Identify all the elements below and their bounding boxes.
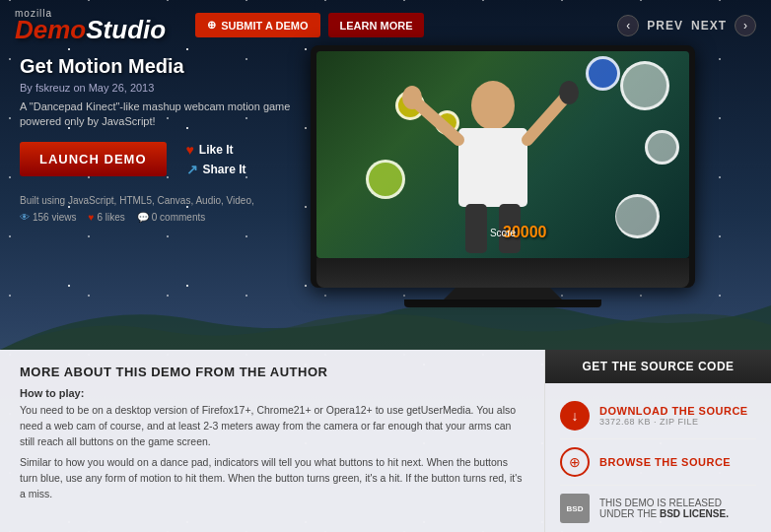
comments-count: 0 comments (152, 212, 205, 223)
submit-icon: ⊕ (207, 19, 216, 32)
download-source-action[interactable]: ↓ DOWNLOAD THE SOURCE 3372.68 KB · ZIP F… (560, 393, 756, 439)
source-actions: ↓ DOWNLOAD THE SOURCE 3372.68 KB · ZIP F… (545, 383, 771, 532)
browse-text: BROWSE THE SOURCE (599, 456, 731, 468)
game-circle-mid-right (645, 130, 679, 165)
section-title: MORE ABOUT THIS DEMO FROM THE AUTHOR (20, 365, 525, 379)
how-to-play-label: How to play: (20, 387, 525, 399)
svg-line-3 (527, 96, 567, 140)
source-header: GET THE SOURCE CODE (545, 350, 771, 383)
browse-label: BROWSE THE SOURCE (599, 456, 731, 468)
likes-count: 6 likes (97, 212, 124, 223)
svg-rect-1 (458, 128, 527, 207)
header: mozilla DemoStudio ⊕ SUBMIT A DEMO LEARN… (0, 0, 771, 50)
tv-screen: 30000 Score (316, 51, 689, 258)
social-buttons: ♥ Like It ↗ Share It (186, 142, 246, 177)
views-count: 156 views (33, 212, 76, 223)
browse-icon: ⊕ (560, 447, 590, 477)
main-content: Get Motion Media By fskreuz on May 26, 2… (0, 50, 771, 307)
prev-arrow-button[interactable]: ‹ (617, 15, 639, 36)
likes-heart-icon: ♥ (88, 212, 94, 223)
like-button[interactable]: ♥ Like It (186, 142, 246, 158)
svg-point-4 (402, 86, 422, 109)
bsd-icon: BSD (560, 494, 590, 523)
logo-area: mozilla DemoStudio (15, 8, 166, 42)
heart-icon: ♥ (186, 142, 194, 158)
built-using-text: Built using JavaScript, HTML5, Canvas, A… (20, 195, 296, 206)
comments-stat: 💬 0 comments (137, 212, 205, 223)
share-icon: ↗ (186, 162, 198, 177)
download-size: 3372.68 KB · ZIP FILE (599, 417, 748, 427)
launch-demo-button[interactable]: LAUNCH DEMO (20, 142, 167, 176)
next-arrow-button[interactable]: › (735, 15, 756, 36)
tv-bezel-bottom (316, 258, 689, 288)
description-1: You need to be on a desktop version of F… (20, 403, 525, 449)
game-circle-top-right (620, 61, 669, 110)
svg-point-0 (471, 81, 515, 130)
prev-label: PREV (647, 19, 683, 33)
logo-demo: Demo (15, 15, 86, 44)
logo-studio: Studio (86, 15, 166, 44)
browse-source-action[interactable]: ⊕ BROWSE THE SOURCE (560, 439, 756, 486)
demo-title: Get Motion Media (20, 55, 296, 78)
share-button[interactable]: ↗ Share It (186, 162, 246, 177)
source-panel: GET THE SOURCE CODE ↓ DOWNLOAD THE SOURC… (544, 350, 771, 532)
left-panel: Get Motion Media By fskreuz on May 26, 2… (20, 55, 296, 307)
chat-icon: 💬 (137, 212, 149, 223)
download-text: DOWNLOAD THE SOURCE 3372.68 KB · ZIP FIL… (599, 405, 748, 427)
license-text: THIS DEMO IS RELEASED UNDER THE BSD LICE… (599, 498, 756, 519)
download-icon: ↓ (560, 401, 590, 431)
next-label: NEXT (691, 19, 727, 33)
logo: DemoStudio (15, 17, 166, 42)
likes-stat: ♥ 6 likes (88, 212, 124, 223)
bottom-section: MORE ABOUT THIS DEMO FROM THE AUTHOR How… (0, 350, 771, 532)
header-buttons: ⊕ SUBMIT A DEMO LEARN MORE (195, 13, 424, 37)
learn-more-button[interactable]: LEARN MORE (328, 13, 425, 37)
nav-prev-next: ‹ PREV NEXT › (617, 15, 756, 36)
svg-point-5 (559, 81, 579, 104)
license-action: BSD THIS DEMO IS RELEASED UNDER THE BSD … (560, 486, 756, 531)
bottom-left-panel: MORE ABOUT THIS DEMO FROM THE AUTHOR How… (0, 350, 544, 532)
stats-bar: 👁 156 views ♥ 6 likes 💬 0 comments (20, 212, 296, 223)
eye-icon: 👁 (20, 212, 30, 223)
game-circle-bottom-right (615, 194, 660, 238)
tv-base (444, 288, 562, 299)
tv-container: 30000 Score (311, 45, 695, 307)
license-description: THIS DEMO IS RELEASED UNDER THE BSD LICE… (599, 498, 756, 519)
svg-line-2 (414, 100, 458, 140)
demo-author: By fskreuz on May 26, 2013 (20, 82, 296, 94)
tv-stand (404, 299, 601, 307)
views-stat: 👁 156 views (20, 212, 76, 223)
description-2: Similar to how you would on a dance pad,… (20, 455, 525, 501)
score-label: Score (490, 228, 516, 238)
demo-description: A "Dancepad Kinect"-like mashup webcam m… (20, 100, 296, 130)
svg-rect-6 (465, 204, 487, 253)
submit-demo-button[interactable]: ⊕ SUBMIT A DEMO (195, 13, 319, 37)
tv-frame: 30000 Score (311, 45, 695, 288)
download-label: DOWNLOAD THE SOURCE (599, 405, 748, 417)
